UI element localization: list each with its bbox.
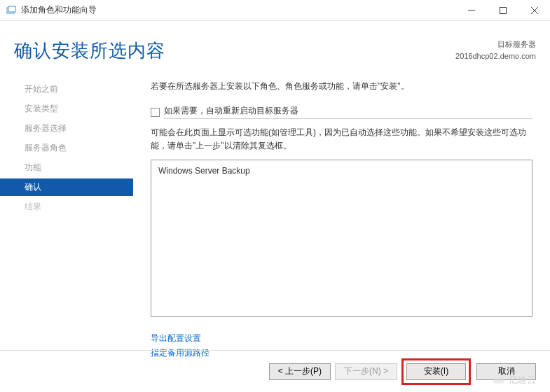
server-name: 2016dhcp02.demo.com	[455, 50, 536, 62]
close-button[interactable]	[518, 0, 550, 20]
install-highlight: 安装(I)	[401, 358, 471, 385]
minimize-button[interactable]	[455, 0, 487, 20]
sidebar-item-server-select[interactable]: 服务器选择	[14, 120, 133, 137]
feature-list: Windows Server Backup	[151, 160, 532, 317]
maximize-button[interactable]	[487, 0, 518, 20]
page-title: 确认安装所选内容	[14, 38, 165, 63]
install-button[interactable]: 安装(I)	[406, 363, 466, 380]
window-title: 添加角色和功能向导	[21, 4, 455, 16]
sidebar: 开始之前 安装类型 服务器选择 服务器角色 功能 确认 结果	[0, 74, 133, 354]
header: 确认安装所选内容 目标服务器 2016dhcp02.demo.com	[0, 21, 550, 74]
feature-item: Windows Server Backup	[158, 166, 525, 176]
sidebar-item-result: 结果	[14, 198, 133, 216]
auto-restart-row: 如果需要，自动重新启动目标服务器	[151, 105, 532, 119]
sidebar-item-feature[interactable]: 功能	[14, 159, 133, 176]
export-config-link[interactable]: 导出配置设置	[151, 331, 532, 345]
window-controls	[455, 0, 550, 20]
body: 开始之前 安装类型 服务器选择 服务器角色 功能 确认 结果 若要在所选服务器上…	[0, 74, 550, 354]
cancel-button[interactable]: 取消	[476, 363, 536, 380]
titlebar: 添加角色和功能向导	[0, 0, 550, 21]
server-info: 目标服务器 2016dhcp02.demo.com	[455, 38, 536, 62]
sidebar-item-before-start[interactable]: 开始之前	[14, 80, 133, 98]
svg-rect-3	[500, 7, 506, 13]
previous-button[interactable]: < 上一步(P)	[269, 363, 331, 380]
intro-text: 若要在所选服务器上安装以下角色、角色服务或功能，请单击"安装"。	[151, 80, 532, 92]
footer: < 上一步(P) 下一步(N) > 安装(I) 取消	[0, 350, 550, 392]
next-button: 下一步(N) >	[335, 363, 397, 380]
svg-rect-1	[8, 6, 15, 12]
info-text: 可能会在此页面上显示可选功能(如管理工具)，因为已自动选择这些功能。如果不希望安…	[151, 126, 532, 153]
sidebar-item-server-role[interactable]: 服务器角色	[14, 139, 133, 157]
app-icon	[6, 5, 17, 16]
server-label: 目标服务器	[455, 38, 536, 50]
main-content: 若要在所选服务器上安装以下角色、角色服务或功能，请单击"安装"。 如果需要，自动…	[133, 74, 550, 354]
sidebar-item-install-type[interactable]: 安装类型	[14, 100, 133, 118]
auto-restart-label: 如果需要，自动重新启动目标服务器	[164, 105, 532, 119]
sidebar-item-confirm[interactable]: 确认	[0, 178, 133, 196]
auto-restart-checkbox[interactable]	[151, 108, 160, 117]
